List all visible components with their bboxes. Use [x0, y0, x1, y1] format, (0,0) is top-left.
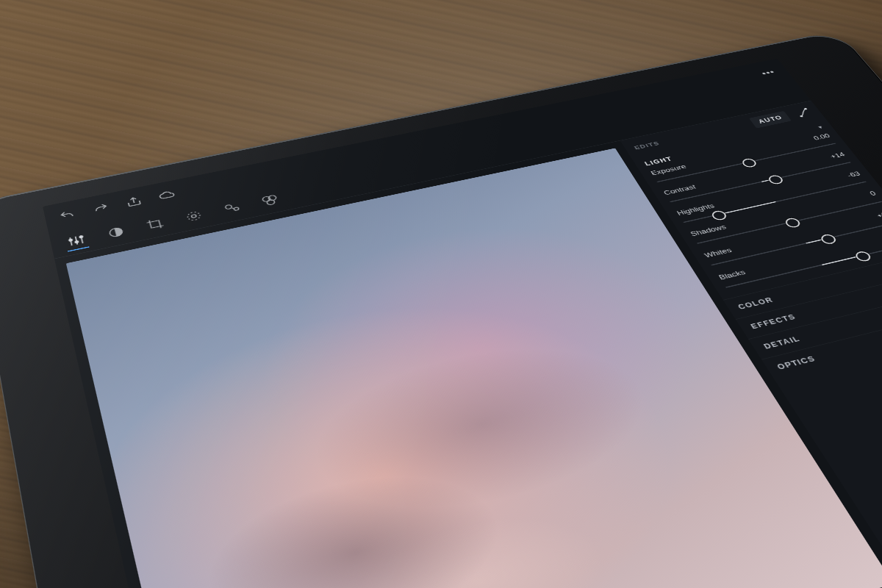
svg-point-15	[804, 108, 807, 110]
section-title: OPTICS	[775, 355, 817, 372]
svg-point-11	[262, 196, 270, 202]
auto-button[interactable]: AUTO	[749, 111, 791, 128]
svg-point-7	[187, 211, 201, 221]
section-title: COLOR	[736, 296, 775, 311]
svg-point-3	[69, 239, 73, 242]
tool-selective[interactable]	[182, 207, 207, 225]
section-title: DETAIL	[762, 335, 802, 351]
main-area: EDITS AUTO LIGHT ▾ Exposure0.00Contrast+…	[54, 101, 882, 588]
slider-thumb[interactable]	[853, 250, 873, 262]
undo-icon[interactable]	[57, 208, 77, 223]
share-icon[interactable]	[123, 194, 145, 209]
slider-thumb[interactable]	[709, 209, 728, 221]
slider-value: 0	[868, 190, 878, 197]
redo-icon[interactable]	[90, 201, 112, 215]
curve-icon[interactable]	[794, 107, 814, 118]
tool-crop[interactable]	[143, 215, 168, 233]
svg-point-5	[79, 236, 83, 239]
svg-point-1	[767, 72, 770, 74]
tool-healing[interactable]	[220, 200, 245, 217]
slider-thumb[interactable]	[784, 217, 803, 229]
slider-thumb[interactable]	[767, 174, 785, 185]
edits-heading: EDITS	[634, 140, 662, 151]
slider-value: +22	[875, 209, 882, 219]
tool-presets[interactable]	[257, 192, 282, 209]
cloud-icon[interactable]	[156, 187, 177, 202]
slider-thumb[interactable]	[740, 157, 759, 168]
chevron-down-icon: ▾	[817, 124, 824, 129]
svg-point-2	[770, 71, 773, 73]
svg-point-8	[191, 215, 196, 218]
svg-point-0	[763, 73, 766, 74]
svg-point-9	[225, 204, 232, 209]
tool-tone[interactable]	[104, 223, 129, 241]
more-icon[interactable]	[757, 67, 779, 79]
svg-point-14	[800, 115, 803, 117]
slider-thumb[interactable]	[819, 233, 838, 245]
svg-point-10	[234, 207, 239, 211]
svg-point-4	[75, 240, 79, 243]
tool-adjust[interactable]	[64, 232, 88, 249]
